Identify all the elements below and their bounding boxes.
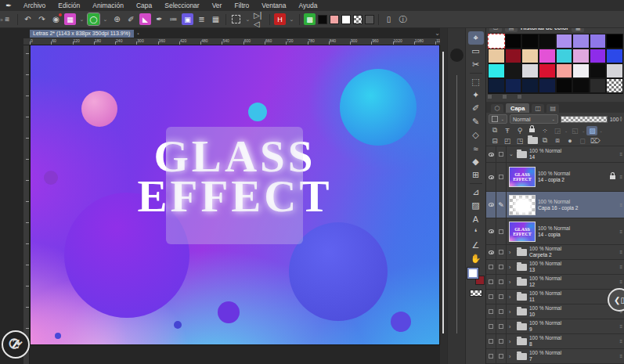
edit-cell[interactable]: [496, 260, 507, 274]
color-swatch[interactable]: [505, 78, 522, 93]
visibility-cell[interactable]: [486, 218, 496, 244]
color-swatch[interactable]: [606, 63, 623, 78]
layer-row-12[interactable]: ›100 % Normal12≡: [486, 275, 624, 290]
menu-capa[interactable]: Capa: [130, 0, 158, 11]
pen-settings-icon[interactable]: ✒: [153, 13, 165, 25]
brush-size-preview[interactable]: [450, 49, 463, 62]
color-swatch[interactable]: [606, 49, 623, 63]
layer-row-7[interactable]: ›100 % Normal7≡: [486, 349, 624, 364]
visibility-cell[interactable]: [486, 275, 496, 289]
pen-tool[interactable]: ✎: [468, 115, 484, 128]
balloon-tool[interactable]: ❛: [468, 225, 484, 239]
brush-preset-icon[interactable]: ▦: [64, 13, 76, 25]
menu-animación[interactable]: Animación: [86, 0, 130, 11]
visibility-cell[interactable]: [486, 192, 496, 218]
eye-icon[interactable]: [489, 250, 494, 254]
layer-handle-icon[interactable]: ≡: [619, 339, 622, 344]
layer-row-14---copia[interactable]: 100 % Normal14 - copia≡: [486, 218, 624, 245]
menu-filtro[interactable]: Filtro: [228, 0, 255, 11]
color-swatch[interactable]: [539, 78, 556, 93]
color-swatch[interactable]: [521, 49, 539, 63]
figure-tool[interactable]: ⊿: [468, 186, 484, 199]
visibility-cell[interactable]: [486, 146, 496, 162]
brush-size-slider[interactable]: [456, 75, 457, 333]
color-swatch[interactable]: [505, 34, 522, 49]
red-h-icon[interactable]: H: [274, 13, 286, 25]
layer-handle-icon[interactable]: ≡: [619, 279, 622, 284]
menu-archivo[interactable]: Archivo: [17, 0, 52, 11]
layer-handle-icon[interactable]: ≡: [619, 203, 622, 207]
visibility-checkbox[interactable]: [489, 294, 493, 299]
reference-layer-icon[interactable]: Ŧ: [502, 126, 513, 135]
active-material-icon-dropdown[interactable]: ⌄: [102, 13, 109, 25]
text-tool[interactable]: A: [468, 212, 484, 225]
layer-row-11[interactable]: ›100 % Normal11≡: [486, 290, 624, 305]
layer-content[interactable]: ›100 % Normal12≡: [507, 275, 624, 289]
color-swatch[interactable]: [556, 49, 573, 63]
folder-chevron-icon[interactable]: ⌄: [509, 151, 514, 157]
layer-row-14[interactable]: ⌄100 % Normal14≡: [486, 146, 624, 163]
visibility-cell[interactable]: [486, 334, 496, 348]
ruler-tool[interactable]: ∠: [468, 239, 484, 252]
chip-save[interactable]: [365, 15, 374, 24]
select-checkbox[interactable]: [499, 309, 503, 314]
folder-chevron-icon[interactable]: ›: [509, 294, 514, 300]
tone-grid-icon[interactable]: ▦: [210, 13, 222, 25]
blend-mode-dropdown[interactable]: Normal⌄: [510, 114, 558, 124]
layer-content[interactable]: 100 % Normal14 - copia≡: [507, 218, 624, 244]
menu-ayuda[interactable]: Ayuda: [293, 0, 324, 11]
layer-thumbnail[interactable]: [509, 222, 536, 242]
edit-cell[interactable]: [496, 275, 507, 289]
menu-edición[interactable]: Edición: [52, 0, 86, 11]
chip-black[interactable]: [318, 15, 327, 24]
visibility-checkbox[interactable]: [489, 265, 493, 269]
visibility-cell[interactable]: [486, 260, 496, 274]
color-swatch[interactable]: [521, 78, 539, 93]
rectangle-tool[interactable]: ▭: [468, 45, 484, 58]
folder-chevron-icon[interactable]: ›: [509, 250, 514, 255]
draft-layer-icon[interactable]: ⚲: [514, 126, 525, 135]
opacity-slider[interactable]: [561, 116, 608, 123]
redo-icon[interactable]: ↷: [36, 13, 48, 25]
select-checkbox[interactable]: [499, 354, 503, 359]
visibility-cell[interactable]: [486, 245, 496, 259]
layer-handle-icon[interactable]: ≡: [619, 250, 622, 254]
layer-content[interactable]: ›100 % NormalCarpeta 2≡: [507, 245, 624, 259]
select-checkbox[interactable]: [499, 265, 503, 269]
color-swatch[interactable]: [556, 78, 573, 93]
chip-pink[interactable]: [330, 15, 339, 24]
folder-chevron-icon[interactable]: ›: [509, 354, 514, 359]
hand-tool[interactable]: ✋: [468, 252, 484, 265]
menu-ventana[interactable]: Ventana: [255, 0, 292, 11]
select-checkbox[interactable]: [499, 250, 503, 254]
lock-layer-icon[interactable]: [527, 126, 538, 135]
visibility-checkbox[interactable]: [489, 324, 493, 329]
color-swatch[interactable]: [590, 49, 607, 63]
edit-cell[interactable]: [496, 218, 507, 244]
new-raster-layer-icon[interactable]: ◰: [502, 136, 513, 146]
color-swatch[interactable]: [521, 34, 539, 49]
visibility-checkbox[interactable]: [489, 279, 493, 284]
eyedropper-tool[interactable]: ✐: [468, 102, 484, 115]
select-checkbox[interactable]: [499, 229, 503, 234]
edit-cell[interactable]: [496, 349, 507, 363]
tab-capa[interactable]: Capa: [506, 103, 529, 113]
layer-handle-icon[interactable]: ≡: [619, 265, 622, 269]
layer-content[interactable]: ›100 % Normal13≡: [507, 260, 624, 274]
canvas-scrollbar-vertical[interactable]: [440, 28, 447, 364]
select-checkbox[interactable]: [499, 324, 503, 329]
duplicate-layer-icon[interactable]: ⧉: [539, 136, 550, 146]
lasso-tool[interactable]: ✂: [468, 58, 484, 71]
color-swatch[interactable]: [539, 49, 556, 63]
layer-content[interactable]: ›100 % Normal11≡: [507, 290, 624, 304]
layer-thumbnail[interactable]: [509, 195, 536, 215]
eye-icon[interactable]: [489, 153, 494, 157]
visibility-cell[interactable]: [486, 319, 496, 333]
autoselect-tool[interactable]: ✦: [468, 88, 484, 102]
color-swatch[interactable]: [606, 34, 623, 49]
color-swatch[interactable]: [590, 78, 607, 93]
layer-content[interactable]: ›100 % Normal8≡: [507, 334, 624, 348]
red-h-icon-dropdown[interactable]: ⌄: [288, 13, 295, 25]
info-icon[interactable]: ⓘ: [397, 13, 409, 25]
document-tab[interactable]: Letras 2* (1143 x 838px 350dpi 113.9%): [30, 30, 134, 38]
